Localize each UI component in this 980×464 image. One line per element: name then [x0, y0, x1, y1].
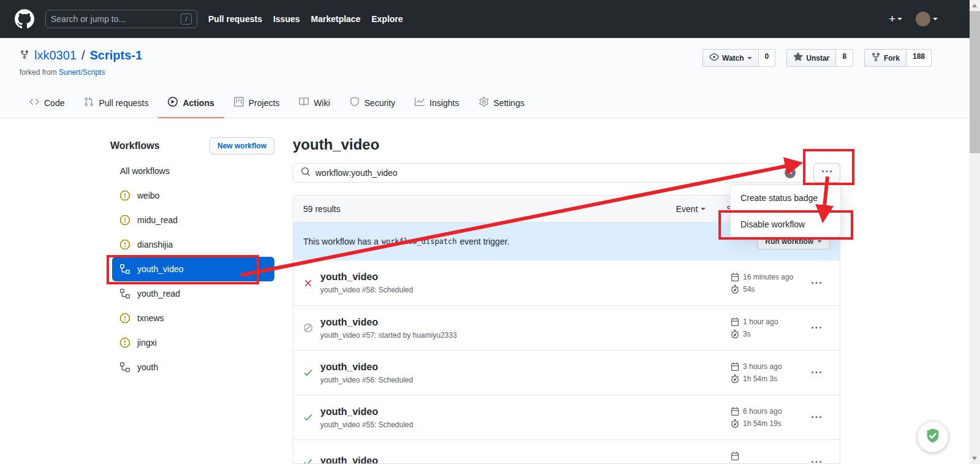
kebab-icon[interactable]	[803, 457, 830, 464]
breadcrumb: lxk0301 / Scripts-1	[20, 48, 142, 63]
code-icon	[29, 97, 39, 108]
nav-link-pull-requests[interactable]: Pull requests	[208, 14, 262, 24]
sidebar-item-dianshijia[interactable]: dianshijia	[112, 232, 274, 257]
run-info: youth_videoyouth_video #56: Scheduled	[320, 362, 413, 384]
run-description: youth_video #56: Scheduled	[320, 376, 413, 384]
tab-actions[interactable]: Actions	[158, 89, 224, 118]
unstar-label: Unstar	[806, 54, 829, 63]
stopwatch-icon	[731, 419, 739, 428]
nav-link-issues[interactable]: Issues	[273, 14, 300, 24]
workflow-run-row[interactable]: youth_videoyouth_video #55: Scheduled6 h…	[293, 395, 840, 439]
run-title-link[interactable]: youth_video	[320, 317, 457, 328]
tab-wiki[interactable]: Wiki	[289, 89, 339, 118]
fork-count[interactable]: 188	[907, 49, 932, 67]
workflow-run-row[interactable]: youth_videoyouth_video #58: Scheduled16 …	[293, 261, 840, 305]
github-logo-icon[interactable]	[15, 9, 34, 29]
watch-button[interactable]: Watch	[703, 49, 759, 67]
kebab-icon[interactable]	[803, 413, 830, 422]
sidebar-item-youth[interactable]: youth	[112, 355, 274, 379]
scrollbar[interactable]	[970, 0, 980, 464]
avatar	[916, 12, 930, 26]
tab-code[interactable]: Code	[20, 89, 74, 118]
star-count[interactable]: 8	[836, 49, 853, 67]
top-nav-links: Pull requestsIssuesMarketplaceExplore	[208, 14, 403, 24]
eye-icon	[709, 52, 719, 64]
nav-link-explore[interactable]: Explore	[371, 14, 402, 24]
sidebar-item-txnews[interactable]: txnews	[112, 306, 274, 330]
workflow-search-input[interactable]: workflow:youth_video ×	[293, 163, 804, 183]
tab-projects[interactable]: Projects	[224, 89, 290, 118]
run-duration: 1h 54m 3s	[731, 375, 798, 383]
filter-event[interactable]: Event	[676, 204, 706, 214]
run-duration: 54s	[731, 285, 798, 294]
sidebar-item-youth-video[interactable]: youth_video	[112, 257, 274, 281]
success-status-icon	[303, 368, 313, 378]
kebab-icon[interactable]	[803, 368, 830, 378]
tab-insights[interactable]: Insights	[405, 89, 469, 118]
kebab-icon[interactable]	[803, 278, 830, 288]
sidebar-item-weibo[interactable]: weibo	[112, 183, 274, 208]
tab-label: Settings	[494, 98, 525, 108]
clear-search-icon[interactable]: ×	[785, 167, 796, 178]
tab-security[interactable]: Security	[340, 89, 405, 118]
banner-code: workflow_dispatch	[382, 237, 457, 246]
calendar-icon	[731, 407, 739, 416]
tab-label: Insights	[429, 98, 459, 108]
scroll-down-arrow-icon[interactable]	[972, 457, 977, 460]
repo-name-link[interactable]: Scripts-1	[90, 48, 143, 63]
run-duration-text: 54s	[743, 285, 755, 294]
run-time-text: 3 hours ago	[743, 362, 782, 371]
workflow-run-row[interactable]: youth_videoyouth_video #56: Scheduled3 h…	[293, 350, 840, 395]
sidebar-item-jingxi[interactable]: jingxi	[112, 330, 274, 355]
user-menu[interactable]	[916, 12, 938, 26]
fork-button[interactable]: Fork	[864, 49, 907, 67]
search-query-value: workflow:youth_video	[315, 168, 780, 178]
workflow-name: weibo	[137, 191, 160, 200]
success-status-icon	[303, 457, 313, 464]
run-time: 3 hours ago	[731, 362, 798, 371]
search-placeholder: Search or jump to...	[51, 14, 126, 24]
adguard-badge[interactable]	[918, 422, 948, 452]
run-title-link[interactable]: youth_video	[320, 272, 413, 283]
run-title-link[interactable]: youth_video	[320, 455, 378, 464]
kebab-icon[interactable]	[803, 323, 830, 333]
workflow-run-row[interactable]: youth_videoyouth_video #57: started by h…	[293, 305, 840, 350]
unstar-button[interactable]: Unstar	[786, 49, 836, 67]
sidebar-item-youth-read[interactable]: youth_read	[112, 281, 274, 306]
run-duration-text: 3s	[743, 330, 751, 338]
sidebar-item-midu-read[interactable]: midu_read	[112, 208, 274, 232]
workflow-name: jingxi	[137, 338, 157, 348]
menu-item-disable-workflow[interactable]: Disable workflow	[731, 211, 840, 237]
workflow-search-row: workflow:youth_video ×	[293, 163, 840, 183]
run-title-link[interactable]: youth_video	[320, 406, 413, 417]
calendar-icon	[731, 273, 739, 281]
repo-owner-link[interactable]: lxk0301	[34, 48, 77, 63]
calendar-icon	[731, 318, 739, 326]
forked-from-link[interactable]: Sunert/Scripts	[59, 68, 105, 77]
workflow-run-row[interactable]: youth_video	[293, 439, 840, 464]
tab-settings[interactable]: Settings	[469, 89, 535, 118]
tab-label: Actions	[183, 98, 214, 108]
menu-item-create-status-badge[interactable]: Create status badge	[731, 185, 840, 211]
run-time-text: 6 hours ago	[743, 407, 782, 416]
chevron-down-icon	[897, 18, 902, 20]
sidebar-item-all-workflows[interactable]: All workflows	[112, 159, 274, 183]
run-title-link[interactable]: youth_video	[320, 362, 413, 373]
project-icon	[234, 97, 244, 108]
graph-icon	[415, 97, 424, 108]
book-icon	[299, 97, 309, 108]
tab-label: Pull requests	[99, 98, 148, 108]
workflow-name: All workflows	[120, 166, 170, 176]
scrollbar-thumb[interactable]	[970, 11, 980, 153]
run-duration-text: 1h 54m 19s	[743, 419, 782, 428]
play-icon	[168, 97, 178, 108]
global-search-input[interactable]: Search or jump to... /	[45, 10, 197, 28]
shield-check-icon	[924, 427, 942, 447]
scroll-up-arrow-icon[interactable]	[972, 4, 977, 7]
tab-pull-requests[interactable]: Pull requests	[74, 89, 158, 118]
new-workflow-button[interactable]: New workflow	[209, 137, 274, 154]
nav-link-marketplace[interactable]: Marketplace	[311, 14, 361, 24]
forked-from-text: forked from	[20, 68, 57, 77]
create-new-button[interactable]: +	[889, 12, 902, 26]
watch-count[interactable]: 0	[759, 49, 776, 67]
